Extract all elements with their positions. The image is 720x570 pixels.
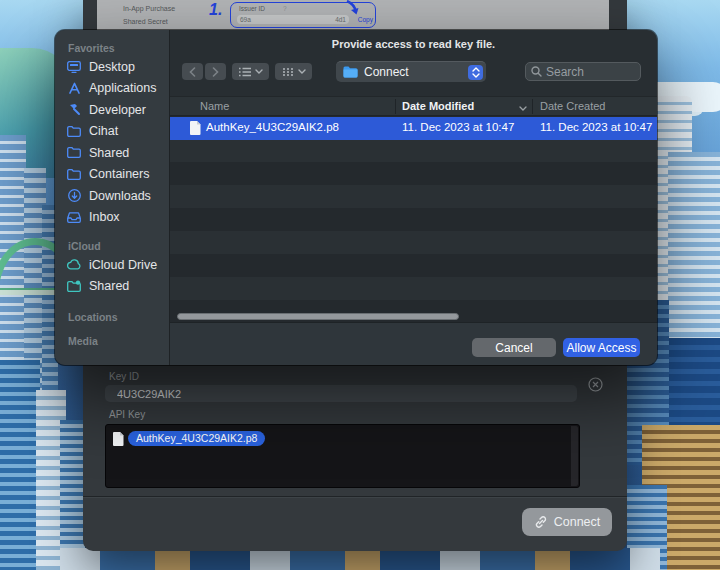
horizontal-scrollbar[interactable] — [177, 313, 459, 320]
tutorial-screenshot: In-App Purchase Shared Secret 1. Issuer … — [97, 0, 609, 30]
sidebar-item-label: Downloads — [89, 189, 151, 203]
sidebar-item-cihat[interactable]: Cihat — [55, 121, 169, 143]
chevron-down-icon — [298, 69, 306, 74]
back-button[interactable] — [182, 63, 203, 80]
tutorial-label-inapp: In-App Purchase — [123, 5, 175, 12]
sidebar-item-applications[interactable]: Applications — [55, 78, 169, 100]
sidebar-item-shared[interactable]: Shared — [55, 142, 169, 164]
sidebar: Favorites Desktop Applications Developer… — [55, 30, 170, 365]
cloud-icon — [66, 259, 82, 270]
folder-icon — [343, 66, 358, 78]
sidebar-item-label: Containers — [89, 167, 149, 181]
dialog-footer: Cancel Allow Access — [170, 322, 657, 365]
sidebar-item-downloads[interactable]: Downloads — [55, 185, 169, 207]
sidebar-item-label: Applications — [89, 81, 156, 95]
search-field[interactable] — [525, 62, 641, 81]
api-key-label: API Key — [109, 409, 145, 420]
file-date-modified: 11. Dec 2023 at 10:47 — [402, 121, 514, 133]
sidebar-item-inbox[interactable]: Inbox — [55, 207, 169, 229]
issuer-id-prefix: 69a — [240, 16, 251, 23]
grid-view-icon — [282, 67, 294, 77]
key-id-label: Key ID — [109, 371, 139, 382]
sidebar-section-icloud: iCloud — [55, 238, 169, 254]
chevron-down-icon — [255, 69, 263, 74]
search-icon — [531, 66, 542, 77]
popup-stepper-icon — [468, 65, 483, 80]
sidebar-item-label: Shared — [89, 279, 129, 293]
allow-access-button[interactable]: Allow Access — [563, 338, 640, 357]
sort-chevron-icon — [519, 101, 527, 113]
chevron-right-icon — [212, 67, 219, 77]
api-key-file-chip[interactable]: AuthKey_4U3C29AIK2.p8 — [128, 431, 265, 446]
sidebar-item-label: Cihat — [89, 124, 118, 138]
sidebar-item-developer[interactable]: Developer — [55, 99, 169, 121]
sidebar-item-icloud-drive[interactable]: iCloud Drive — [55, 254, 169, 276]
sidebar-section-favorites: Favorites — [55, 40, 169, 56]
shared-folder-icon — [66, 280, 82, 292]
sidebar-section-media: Media — [55, 333, 169, 349]
wallpaper-building — [0, 360, 40, 570]
column-header-name[interactable]: Name — [200, 100, 229, 112]
panel-title: Provide access to read key file. — [170, 38, 657, 50]
tutorial-label-secret: Shared Secret — [123, 18, 168, 25]
file-date-created: 11. Dec 2023 at 10:47 — [540, 121, 652, 133]
folder-icon — [66, 169, 82, 180]
sidebar-item-desktop[interactable]: Desktop — [55, 56, 169, 78]
location-popup[interactable]: Connect — [336, 61, 486, 82]
list-view-button[interactable] — [232, 63, 269, 80]
column-header-date-modified[interactable]: Date Modified — [402, 100, 474, 112]
issuer-id-label: Issuer ID — [239, 5, 265, 12]
download-circle-icon — [66, 189, 82, 202]
key-id-input[interactable] — [105, 385, 577, 402]
list-header: Name Date Modified Date Created — [170, 96, 657, 116]
list-view-icon — [239, 67, 251, 77]
step-number: 1. — [209, 1, 222, 19]
open-panel-dialog: Favorites Desktop Applications Developer… — [55, 30, 657, 365]
hammer-icon — [66, 103, 82, 116]
tray-icon — [66, 212, 82, 223]
file-icon — [190, 121, 201, 135]
connect-button[interactable]: Connect — [522, 508, 612, 536]
issuer-id-value-bar: 69a 4d1 — [237, 15, 349, 24]
sidebar-section-locations: Locations — [55, 309, 169, 325]
scrollbar-track[interactable] — [571, 426, 578, 486]
location-popup-label: Connect — [364, 65, 468, 79]
file-name: AuthKey_4U3C29AIK2.p8 — [206, 121, 339, 133]
arrow-icon — [343, 0, 363, 18]
sidebar-item-label: iCloud Drive — [89, 258, 157, 272]
divider — [83, 496, 627, 497]
search-input[interactable] — [546, 65, 635, 79]
sidebar-item-label: Desktop — [89, 60, 135, 74]
sidebar-item-icloud-shared[interactable]: Shared — [55, 276, 169, 298]
panel-content: Provide access to read key file. Connect — [170, 30, 657, 365]
link-icon — [534, 515, 548, 529]
group-view-button[interactable] — [275, 63, 312, 80]
sidebar-item-containers[interactable]: Containers — [55, 164, 169, 186]
file-row-selected[interactable]: AuthKey_4U3C29AIK2.p8 11. Dec 2023 at 10… — [170, 117, 657, 140]
screen: In-App Purchase Shared Secret 1. Issuer … — [0, 0, 720, 570]
column-divider — [395, 99, 396, 114]
cancel-button[interactable]: Cancel — [472, 338, 556, 357]
file-icon — [113, 432, 124, 446]
applications-icon — [66, 82, 82, 95]
clear-icon[interactable] — [588, 377, 603, 392]
sidebar-item-label: Inbox — [89, 210, 120, 224]
help-icon: ? — [283, 5, 287, 12]
sidebar-item-label: Developer — [89, 103, 146, 117]
chevron-left-icon — [189, 67, 196, 77]
folder-icon — [66, 126, 82, 137]
column-header-date-created[interactable]: Date Created — [540, 100, 605, 112]
connect-button-label: Connect — [554, 515, 601, 529]
file-list: AuthKey_4U3C29AIK2.p8 11. Dec 2023 at 10… — [170, 116, 657, 322]
forward-button[interactable] — [205, 63, 226, 80]
api-key-dropzone[interactable]: AuthKey_4U3C29AIK2.p8 — [105, 424, 580, 488]
folder-icon — [66, 147, 82, 158]
column-divider — [532, 99, 533, 114]
desktop-icon — [66, 61, 82, 73]
wallpaper-skyline-strip — [60, 548, 660, 570]
sidebar-item-label: Shared — [89, 146, 129, 160]
